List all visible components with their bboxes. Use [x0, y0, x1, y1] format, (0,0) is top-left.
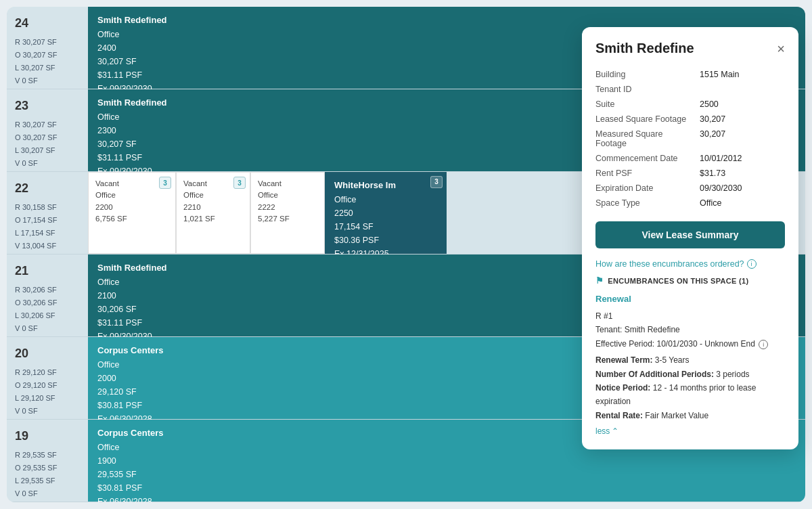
- vacant-type-2200: Office: [95, 190, 168, 201]
- info-label-expiration: Expiration Date: [595, 181, 700, 196]
- floor-number-22: 22: [15, 179, 80, 198]
- effective-period-value: 10/01/2030 - Unknown End: [657, 339, 755, 349]
- panel-header: Smith Redefine ×: [595, 41, 785, 56]
- less-link[interactable]: less ⌃: [595, 426, 785, 436]
- encumbrances-info-icon: i: [747, 259, 757, 269]
- info-row-commencement: Commencement Date 10/01/2012: [595, 151, 785, 166]
- floor-number-19: 19: [15, 426, 80, 446]
- floor-stats-24: R 30,207 SFO 30,207 SFL 30,207 SFV 0 SF: [15, 38, 57, 85]
- info-label-commencement: Commencement Date: [595, 151, 700, 166]
- encumbrances-header-text: ENCUMBRANCES ON THIS SPACE (1): [608, 277, 748, 285]
- whitehorse-type: Office: [334, 193, 437, 206]
- vacant-suite-2210: 2210: [183, 202, 243, 213]
- effective-period-label: Effective Period:: [595, 339, 654, 349]
- floor-number-23: 23: [15, 96, 80, 116]
- badge-2200: 3: [159, 177, 171, 189]
- additional-periods-label: Number Of Additional Periods:: [595, 370, 714, 379]
- info-value-building: 1515 Main: [700, 67, 785, 82]
- info-row-suite: Suite 2500: [595, 97, 785, 112]
- floor-number-20: 20: [15, 344, 80, 363]
- tenant-block-whitehorse[interactable]: 3 WhiteHorse Im Office 2250 17,154 SF $3…: [325, 172, 447, 254]
- info-value-space-type: Office: [700, 196, 785, 211]
- info-value-leased-sf: 30,207: [700, 112, 785, 127]
- floor-label-19: 19 R 29,535 SFO 29,535 SFL 29,535 SFV 0 …: [7, 420, 88, 502]
- info-row-space-type: Space Type Office: [595, 196, 785, 211]
- info-row-expiration: Expiration Date 09/30/2030: [595, 181, 785, 196]
- tenant-suite-19: 1900: [97, 454, 796, 468]
- encumbrances-link-text: How are these encumbrances ordered?: [595, 259, 744, 269]
- tenant-sf-19: 29,535 SF: [97, 468, 796, 481]
- rental-rate-line: Rental Rate: Fair Market Value: [595, 409, 785, 422]
- close-button[interactable]: ×: [777, 42, 785, 56]
- tenant-line: Tenant: Smith Redefine: [595, 323, 785, 336]
- vacant-label-2200: Vacant: [95, 178, 168, 190]
- info-table: Building 1515 Main Tenant ID Suite 2500 …: [595, 67, 785, 211]
- encumbrance-detail: R #1 Tenant: Smith Redefine Effective Pe…: [595, 309, 785, 422]
- info-row-measured-sf: Measured Square Footage 30,207: [595, 127, 785, 151]
- vacant-sf-2210: 1,021 SF: [183, 213, 243, 225]
- info-value-measured-sf: 30,207: [700, 127, 785, 151]
- tenant-name-24: Smith Redefined: [97, 14, 796, 28]
- info-label-measured-sf: Measured Square Footage: [595, 127, 700, 151]
- additional-periods-value: 3 periods: [716, 370, 749, 379]
- info-row-rent-psf: Rent PSF $31.73: [595, 166, 785, 181]
- info-row-building: Building 1515 Main: [595, 67, 785, 82]
- tenant-exp-19: Ex 06/30/2028: [97, 495, 796, 502]
- floor-number-21: 21: [15, 261, 80, 281]
- vacant-suite-2222: 2222: [258, 202, 317, 213]
- whitehorse-sf: 17,154 SF: [334, 220, 437, 234]
- encumbrances-header: ⚑ ENCUMBRANCES ON THIS SPACE (1): [595, 275, 785, 286]
- floor-stats-22: R 30,158 SFO 17,154 SFL 17,154 SFV 13,00…: [15, 203, 57, 250]
- panel-title: Smith Redefine: [595, 41, 694, 56]
- badge-2210: 3: [233, 177, 246, 189]
- info-value-rent-psf: $31.73: [700, 166, 785, 181]
- info-label-tenant-id: Tenant ID: [595, 82, 700, 97]
- info-value-suite: 2500: [700, 97, 785, 112]
- vacant-type-2210: Office: [183, 190, 243, 201]
- whitehorse-psf: $30.36 PSF: [334, 234, 437, 247]
- renewal-term-value: 3-5 Years: [655, 355, 690, 365]
- vacant-type-2222: Office: [258, 190, 317, 201]
- encumbrances-link[interactable]: How are these encumbrances ordered? i: [595, 259, 785, 269]
- info-label-space-type: Space Type: [595, 196, 700, 211]
- flag-icon: ⚑: [595, 275, 604, 286]
- vacant-sf-2200: 6,756 SF: [95, 213, 168, 225]
- vacant-suite-2200: 2200: [95, 202, 168, 213]
- vacant-label-2222: Vacant: [258, 178, 317, 190]
- floor-label-23: 23 R 30,207 SFO 30,207 SFL 30,207 SFV 0 …: [7, 89, 88, 171]
- floor-stats-19: R 29,535 SFO 29,535 SFL 29,535 SFV 0 SF: [15, 451, 57, 498]
- info-row-tenant-id: Tenant ID: [595, 82, 785, 97]
- tenant-psf-19: $30.81 PSF: [97, 481, 796, 495]
- floor-label-21: 21 R 30,206 SFO 30,206 SFL 30,206 SFV 0 …: [7, 255, 88, 336]
- info-value-commencement: 10/01/2012: [700, 151, 785, 166]
- floor-stats-21: R 30,206 SFO 30,206 SFL 30,206 SFV 0 SF: [15, 286, 57, 333]
- info-value-expiration: 09/30/2030: [700, 181, 785, 196]
- less-label: less: [595, 426, 610, 436]
- floor-stats-23: R 30,207 SFO 30,207 SFL 30,207 SFV 0 SF: [15, 120, 57, 168]
- effective-period-info-icon: i: [759, 340, 768, 349]
- chevron-up-icon: ⌃: [612, 426, 618, 436]
- rental-rate-label: Rental Rate:: [595, 411, 643, 420]
- detail-panel: Smith Redefine × Building 1515 Main Tena…: [582, 27, 798, 449]
- tenant-name-whitehorse: WhiteHorse Im: [334, 179, 437, 193]
- vacant-block-2210[interactable]: 3 Vacant Office 2210 1,021 SF: [176, 172, 250, 254]
- floor-label-24: 24 R 30,207 SFO 30,207 SFL 30,207 SFV 0 …: [7, 7, 88, 89]
- renewal-label: Renewal: [595, 294, 785, 304]
- vacant-sf-2222: 5,227 SF: [258, 213, 317, 225]
- vacant-block-2200[interactable]: 3 Vacant Office 2200 6,756 SF: [88, 172, 176, 254]
- rental-rate-value: Fair Market Value: [645, 411, 708, 420]
- floor-number-24: 24: [15, 14, 80, 33]
- view-lease-summary-button[interactable]: View Lease Summary: [595, 221, 785, 248]
- info-label-building: Building: [595, 67, 700, 82]
- additional-periods-line: Number Of Additional Periods: 3 periods: [595, 368, 785, 381]
- floor-label-20: 20 R 29,120 SFO 29,120 SFL 29,120 SFV 0 …: [7, 337, 88, 419]
- info-label-leased-sf: Leased Square Footage: [595, 112, 700, 127]
- info-label-suite: Suite: [595, 97, 700, 112]
- info-value-tenant-id: [700, 82, 785, 97]
- renewal-term-line: Renewal Term: 3-5 Years: [595, 353, 785, 367]
- floor-stats-20: R 29,120 SFO 29,120 SFL 29,120 SFV 0 SF: [15, 368, 57, 416]
- badge-whitehorse: 3: [430, 176, 443, 188]
- renewal-num: R #1: [595, 309, 785, 323]
- notice-period-label: Notice Period:: [595, 383, 650, 393]
- vacant-block-2222[interactable]: Vacant Office 2222 5,227 SF: [250, 172, 325, 254]
